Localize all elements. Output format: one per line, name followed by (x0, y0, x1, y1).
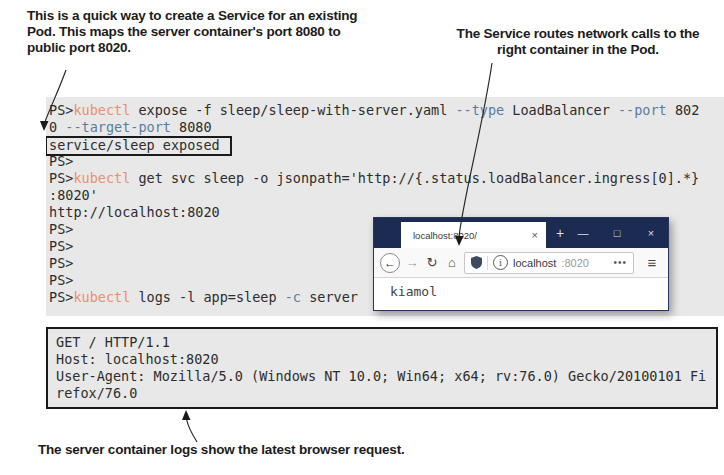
hamburger-menu-icon[interactable]: ≡ (642, 254, 662, 271)
tab-close-icon[interactable]: × (532, 229, 538, 241)
log-line: refox/76.0 (56, 385, 716, 402)
page-actions-icon[interactable]: ••• (613, 257, 627, 268)
tab-title: localhost:8020/ (413, 230, 477, 241)
terminal-line: service/sleep exposed (49, 136, 724, 153)
log-line: GET / HTTP/1.1 (56, 334, 716, 351)
site-info-icon[interactable]: i (493, 255, 508, 270)
firefox-window: localhost:8020/ × + — □ × ← → ↻ ⌂ i loca… (373, 217, 669, 311)
browser-page-content: kiamol (374, 278, 668, 310)
address-divider (487, 256, 488, 270)
back-icon: ← (384, 257, 396, 269)
browser-tab[interactable]: localhost:8020/ × (401, 222, 546, 248)
annotation-server-logs: The server container logs show the lates… (38, 442, 558, 458)
home-icon[interactable]: ⌂ (444, 255, 460, 270)
browser-titlebar: localhost:8020/ × + — □ × (374, 218, 668, 248)
shield-icon[interactable] (471, 256, 482, 269)
close-icon[interactable]: × (634, 218, 668, 248)
url-host: localhost (513, 257, 556, 269)
reload-icon[interactable]: ↻ (424, 255, 440, 270)
browser-toolbar: ← → ↻ ⌂ i localhost:8020 ••• ≡ (374, 248, 668, 278)
back-button[interactable]: ← (380, 253, 400, 273)
terminal-line: PS>kubectl expose -f sleep/sleep-with-se… (49, 102, 724, 119)
window-controls: — □ × (566, 218, 668, 248)
forward-icon[interactable]: → (404, 255, 420, 270)
server-log-box: GET / HTTP/1.1Host: localhost:8020User-A… (46, 327, 718, 409)
highlight-box: service/sleep exposed (46, 136, 232, 156)
url-port: :8020 (561, 257, 589, 269)
annotation-expose-command: This is a quick way to create a Service … (27, 8, 367, 56)
terminal-line: PS>kubectl get svc sleep -o jsonpath='ht… (49, 170, 724, 187)
log-line: User-Agent: Mozilla/5.0 (Windows NT 10.0… (56, 368, 716, 385)
log-line: Host: localhost:8020 (56, 351, 716, 368)
new-tab-icon[interactable]: + (556, 225, 564, 241)
terminal-line: :8020' (49, 187, 724, 204)
address-bar[interactable]: i localhost:8020 ••• (464, 252, 634, 274)
maximize-icon[interactable]: □ (600, 218, 634, 248)
minimize-icon[interactable]: — (566, 218, 600, 248)
terminal-line: 0 --target-port 8080 (49, 119, 724, 136)
annotation-service-routing: The Service routes network calls to the … (448, 26, 708, 58)
